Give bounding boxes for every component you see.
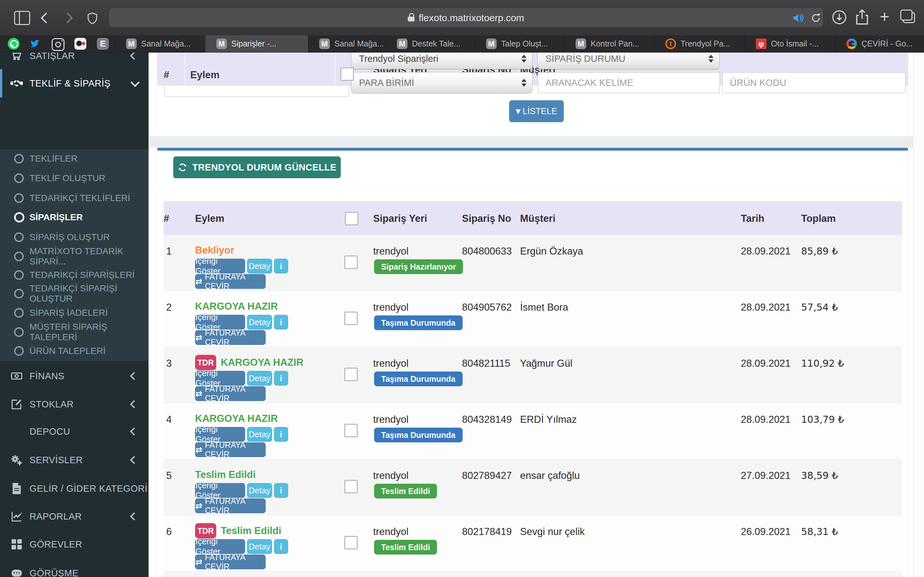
info-button[interactable]: i [274, 315, 288, 330]
listele-button[interactable]: ▼LİSTELE [509, 100, 564, 122]
show-content-button[interactable]: İçeriği Göster [195, 315, 245, 330]
sidebar-item-gorusme[interactable]: GÖRÜŞME [0, 559, 149, 577]
to-invoice-button[interactable]: ⇄FATURAYA ÇEVİR [195, 330, 266, 345]
upper-select-all-checkbox[interactable] [341, 67, 354, 81]
order-status: KARGOYA HAZIR [195, 301, 278, 312]
whatsapp-pinned-tab[interactable] [8, 38, 19, 50]
sidebar-subitem-siparisler[interactable]: SİPARİŞLER [0, 208, 149, 227]
customer-name: ensar çafoğlu [520, 470, 580, 482]
sidebar-item-teklif-siparis[interactable]: TEKLİF & SİPARİŞ [0, 69, 149, 97]
new-tab-icon[interactable]: + [880, 10, 889, 23]
tab-kontrol-paneli[interactable]: M Kontrol Pan... [564, 35, 654, 52]
sidebar-item-depocu[interactable]: DEPOCU [0, 417, 149, 446]
sidebar-item-gorevler[interactable]: GÖREVLER [0, 530, 149, 558]
info-button[interactable]: i [274, 483, 288, 498]
to-invoice-button[interactable]: ⇄FATURAYA ÇEVİR [195, 554, 266, 569]
shield-icon[interactable] [86, 11, 99, 25]
product-code-input[interactable] [722, 72, 906, 93]
order-total: 85,89 ₺ [801, 245, 838, 257]
row-number: 1 [166, 245, 172, 257]
show-content-button[interactable]: İçeriği Göster [195, 371, 245, 386]
order-no: 802178419 [462, 526, 512, 538]
detail-button[interactable]: Detay [247, 371, 272, 386]
to-invoice-button[interactable]: ⇄FATURAYA ÇEVİR [195, 442, 266, 457]
sidebar-subitem-tedarikci-siparisi-olustur[interactable]: TEDARİKÇİ SİPARİŞİ OLUŞTUR [0, 284, 149, 303]
select-all-checkbox[interactable] [345, 212, 359, 226]
show-content-button[interactable]: İçeriği Göster [195, 427, 245, 442]
e-pinned-tab[interactable]: E [97, 38, 109, 50]
address-bar[interactable]: flexoto.matrixotoerp.com [109, 8, 823, 27]
sidebar-subitem-teklif-olustur[interactable]: TEKLİF OLUŞTUR [0, 169, 149, 188]
sidebar-subitem-urun-talepleri[interactable]: ÜRÜN TALEPLERİ [0, 342, 149, 361]
show-content-button[interactable]: İçeriği Göster [195, 539, 245, 554]
info-button[interactable]: i [274, 539, 288, 554]
row-checkbox[interactable] [344, 255, 358, 269]
col-eylem: Eylem [195, 213, 224, 224]
sidebar-subitem-teklifler[interactable]: TEKLİFLER [0, 149, 149, 168]
tab-trendyol-paneli[interactable]: t Trendyol Pa... [654, 35, 745, 52]
downloads-icon[interactable] [832, 10, 847, 25]
share-icon[interactable] [854, 8, 870, 26]
tab-overview-icon[interactable] [900, 10, 916, 24]
tab-destek-talepleri[interactable]: M Destek Tale... [386, 35, 475, 52]
show-content-button[interactable]: İçeriği Göster [195, 259, 245, 274]
detail-button[interactable]: Detay [247, 427, 272, 442]
select-arrows-icon [708, 55, 714, 63]
sidebar-item-raporlar[interactable]: RAPORLAR [0, 502, 149, 530]
tab-oto-ismail[interactable]: φ Oto İsmail -... [745, 35, 835, 52]
sidebar-subitem-tedarikci-teklifleri[interactable]: TEDARİKÇİ TEKLİFLERİ [0, 189, 149, 208]
twitter-pinned-tab[interactable] [28, 38, 41, 50]
row-checkbox[interactable] [344, 367, 358, 381]
sidebar-subitem-siparis-iadeleri[interactable]: SİPARİŞ İADELERİ [0, 303, 149, 322]
currency-select[interactable]: PARA BİRİMİ [351, 72, 533, 93]
scrollbar[interactable] [913, 52, 924, 577]
customer-name: Ergün Özkaya [520, 245, 583, 257]
show-content-button[interactable]: İçeriği Göster [195, 483, 245, 498]
tab-sanal-magaza-1[interactable]: M Sanal Mağa... [115, 35, 205, 52]
extra-filter-input[interactable] [164, 85, 349, 97]
to-invoice-button[interactable]: ⇄FATURAYA ÇEVİR [195, 274, 266, 289]
detail-button[interactable]: Detay [247, 315, 272, 330]
sidebar-subitem-siparis-olustur[interactable]: SİPARİŞ OLUŞTUR [0, 227, 149, 247]
sidebar-item-stoklar[interactable]: STOKLAR [0, 390, 149, 418]
tab-ceviri-google[interactable]: ÇEVİRİ - Go... [835, 35, 924, 52]
sidebar-subitem-matrixoto-tedarik[interactable]: MATRİXOTO TEDARİK SİPARİ... [0, 247, 149, 266]
col-tarih: Tarih [741, 213, 764, 224]
row-checkbox[interactable] [344, 536, 358, 550]
video-pinned-tab[interactable] [74, 38, 86, 50]
reload-icon[interactable] [810, 12, 822, 24]
info-button[interactable]: i [274, 259, 288, 274]
keyword-input[interactable] [538, 72, 720, 93]
next-row-partial [164, 572, 902, 577]
sidebar-item-finans[interactable]: FİNANS [0, 362, 149, 390]
row-checkbox[interactable] [344, 311, 358, 325]
tab-siparisler-active[interactable]: M Siparişler -... [205, 35, 308, 52]
to-invoice-button[interactable]: ⇄FATURAYA ÇEVİR [195, 498, 266, 513]
row-checkbox[interactable] [344, 480, 358, 493]
sidebar-toggle-icon[interactable] [14, 11, 30, 25]
tdr-badge: TDR [195, 355, 216, 370]
detail-button[interactable]: Detay [247, 259, 272, 274]
order-status: Teslim Edildi [195, 469, 256, 480]
tab-sanal-magaza-2[interactable]: M Sanal Mağa... [308, 35, 386, 52]
forward-icon[interactable] [62, 13, 73, 23]
detail-button[interactable]: Detay [247, 483, 272, 498]
trendyol-update-button[interactable]: TRENDYOL DURUM GÜNCELLE [173, 156, 341, 178]
order-date: 26.09.2021 [741, 526, 790, 538]
back-icon[interactable] [41, 13, 52, 23]
sidebar-item-servisler[interactable]: SERVİSLER [0, 446, 149, 474]
instagram-pinned-tab[interactable] [52, 38, 65, 51]
tab-talep-olustur[interactable]: M Talep Oluşt... [475, 35, 564, 52]
circle-icon [14, 251, 24, 261]
row-checkbox[interactable] [344, 424, 358, 437]
sidebar-item-gelir-gider[interactable]: GELİR / GİDER KATEGORİ [0, 474, 149, 503]
sidebar-subitem-tedarikci-siparisleri[interactable]: TEDARİKÇİ SİPARİŞLERİ [0, 266, 149, 285]
sidebar-subitem-musteri-siparis-talepleri[interactable]: MÜŞTERİ SİPARİŞ TALEPLERİ [0, 322, 149, 342]
status-badge: Teslim Edildi [374, 540, 437, 554]
info-button[interactable]: i [274, 427, 288, 442]
sound-icon[interactable] [792, 13, 804, 23]
to-invoice-button[interactable]: ⇄FATURAYA ÇEVİR [195, 386, 266, 401]
chart-icon [10, 510, 23, 523]
detail-button[interactable]: Detay [247, 539, 272, 554]
info-button[interactable]: i [274, 371, 288, 386]
